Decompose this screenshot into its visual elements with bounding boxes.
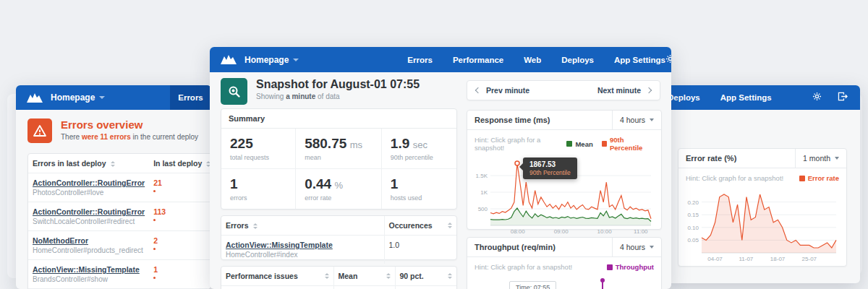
sort-icon[interactable]: [386, 273, 391, 279]
svg-text:04-07: 04-07: [707, 256, 723, 262]
svg-text:11-07: 11-07: [739, 256, 753, 262]
chevron-down-icon: [650, 118, 654, 121]
table-row: HomeController#index 1.5 sec 1.5 sec: [221, 286, 456, 289]
snapshot-title: Snapshot for August-01 07:55: [256, 78, 420, 91]
col-mean[interactable]: Mean: [333, 267, 395, 286]
snapshot-window-appbar: Homepage Errors Performance Web Deploys …: [210, 47, 671, 72]
svg-text:0.20: 0.20: [687, 199, 699, 206]
svg-text:0.05: 0.05: [687, 237, 699, 243]
error-action: SwitchLocaleController#redirect: [33, 217, 145, 225]
page-background: Homepage Errors Errors overview There we…: [0, 0, 868, 289]
error-link[interactable]: NoMethodError: [33, 236, 88, 245]
svg-text:08:00: 08:00: [511, 228, 526, 235]
chevron-down-icon[interactable]: [293, 59, 299, 61]
svg-text:10:00: 10:00: [597, 228, 613, 235]
error-rate-panel-head: Error rate (%) 1 month: [678, 149, 846, 168]
error-rate-chart[interactable]: 0.050.100.150.2004-0711-0718-0725-07: [681, 185, 842, 263]
legend-90th-percentile: 90th Percentile: [602, 136, 654, 152]
nav-deploys[interactable]: Deploys: [561, 56, 594, 64]
range-select[interactable]: 4 hours: [612, 111, 661, 129]
snapshot-subtitle: Showing a minute of data: [256, 92, 420, 100]
svg-text:1.5K: 1.5K: [476, 173, 488, 179]
snapshot-magnifier-icon: [221, 78, 247, 105]
snapshot-errors-panel: Errors Occurences ActionView::MissingTem…: [221, 215, 457, 260]
occurrences-value: 1.0: [389, 241, 400, 249]
error-rate-panel: Error rate (%) 1 month Hint: Click graph…: [678, 148, 847, 267]
deploy-spark: [153, 190, 156, 192]
deploy-spark: [153, 248, 156, 250]
error-link[interactable]: ActionView::MissingTemplate: [33, 265, 140, 274]
table-row: ActionController::RoutingErrorSwitchLoca…: [28, 202, 211, 231]
col-occurences[interactable]: Occurences: [384, 216, 456, 236]
deploy-count: 21: [153, 178, 162, 187]
throughput-panel: Throughput (req/min) 4 hours Hint: Click…: [467, 237, 662, 289]
sort-icon[interactable]: [448, 223, 452, 228]
app-switcher[interactable]: Homepage: [51, 92, 95, 103]
appsignal-logo: [26, 92, 43, 103]
gear-icon[interactable]: [665, 53, 671, 66]
throughput-chart[interactable]: Time: 07:55: [467, 272, 661, 289]
response-time-title: Response time (ms): [467, 116, 550, 124]
response-time-panel: Response time (ms) 4 hours Hint: Click g…: [467, 110, 662, 230]
table-row: ActionView::MissingTemplateBrandsControl…: [28, 260, 211, 289]
col-errors-in-last-deploy[interactable]: Errors in last deploy: [28, 154, 149, 173]
col-errors[interactable]: Errors: [221, 216, 384, 236]
nav-app-settings[interactable]: App Settings: [614, 56, 665, 64]
chevron-left-icon: [475, 87, 481, 93]
chevron-down-icon: [650, 246, 654, 249]
error-link[interactable]: ActionView::MissingTemplate: [226, 241, 333, 249]
svg-text:0.15: 0.15: [687, 212, 699, 218]
deploy-spark: [153, 219, 156, 221]
table-row: ActionView::MissingTemplateHomeControlle…: [221, 236, 456, 264]
nav-web[interactable]: Web: [524, 56, 541, 64]
error-action: HomeController#index: [226, 251, 380, 259]
logout-icon[interactable]: [838, 91, 848, 104]
summary-cell: 1.9 sec90th percentile: [382, 129, 456, 169]
chevron-down-icon[interactable]: [99, 96, 105, 99]
gear-icon[interactable]: [812, 91, 822, 104]
error-rate-title: Error rate (%): [678, 154, 736, 163]
summary-cell: 1 errors: [221, 169, 296, 209]
nav-errors[interactable]: Errors: [407, 56, 433, 64]
svg-text:09:00: 09:00: [554, 228, 569, 235]
sort-icon[interactable]: [253, 223, 258, 229]
summary-panel: Summary 225 total requests 580.75 msmean…: [221, 108, 457, 210]
chart-hint: Hint: Click graph for a snapshot!: [475, 263, 572, 271]
app-switcher[interactable]: Homepage: [244, 55, 289, 65]
col-in-last-deploy[interactable]: In last deploy: [149, 154, 211, 173]
error-link[interactable]: ActionController::RoutingError: [33, 178, 145, 187]
nav-performance[interactable]: Performance: [453, 56, 503, 64]
col-performance-issues[interactable]: Performance issues: [221, 267, 333, 286]
summary-grid: 225 total requests 580.75 msmean 1.9 sec…: [221, 129, 456, 208]
deploy-count: 2: [153, 236, 158, 245]
errors-window: Homepage Errors Errors overview There we…: [16, 85, 211, 289]
errors-table: Errors in last deploy In last deploy Tot…: [28, 154, 211, 289]
chevron-down-icon: [835, 157, 839, 160]
range-select[interactable]: 4 hours: [612, 238, 661, 256]
nav-deploys[interactable]: Deploys: [668, 93, 700, 102]
svg-text:0.10: 0.10: [687, 225, 699, 231]
nav-app-settings[interactable]: App Settings: [720, 93, 772, 102]
deploy-spark: [153, 277, 156, 279]
summary-title: Summary: [221, 114, 265, 123]
snapshot-header: Snapshot for August-01 07:55 Showing a m…: [221, 78, 420, 105]
sort-icon[interactable]: [448, 273, 452, 279]
range-select[interactable]: 1 month: [795, 149, 846, 168]
col-90pct[interactable]: 90 pct.: [395, 267, 456, 286]
appsignal-logo: [220, 54, 237, 65]
response-time-chart[interactable]: 5001K1.5K08:0009:0010:0011:00 1867.53 90…: [470, 155, 657, 236]
summary-cell: 225 total requests: [221, 129, 296, 169]
error-action: HomeController#products_redirect: [33, 246, 145, 254]
summary-cell: 580.75 msmean: [296, 129, 382, 169]
tab-errors-active[interactable]: Errors: [170, 85, 211, 110]
sort-icon[interactable]: [325, 273, 329, 279]
next-minute-button[interactable]: Next minute: [597, 86, 651, 95]
error-link[interactable]: ActionController::RoutingError: [33, 207, 145, 216]
prev-minute-button[interactable]: Prev minute: [476, 86, 529, 95]
chart-hint: Hint: Click graph for a snapshot!: [475, 136, 566, 152]
error-action: PhotosController#love: [33, 189, 145, 197]
snapshot-window: Homepage Errors Performance Web Deploys …: [210, 47, 671, 289]
sort-icon[interactable]: [111, 161, 115, 167]
minute-nav: Prev minute Next minute: [467, 80, 660, 100]
legend-error-rate: Error rate: [799, 174, 839, 182]
